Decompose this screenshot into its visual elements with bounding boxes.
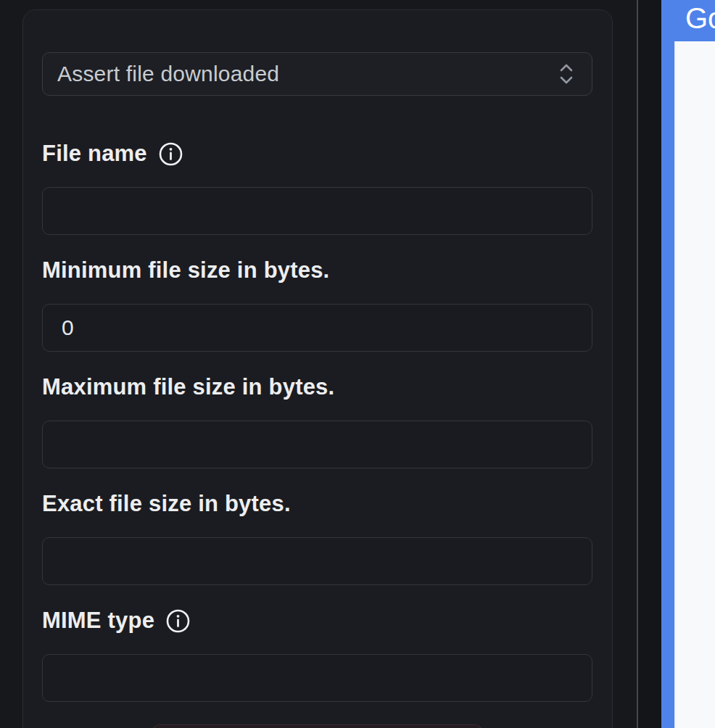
exact-file-size-input[interactable]: [42, 537, 592, 585]
delete-button-partial[interactable]: [152, 724, 483, 728]
field-mime-type: MIME type: [42, 608, 592, 702]
field-label-row: Exact file size in bytes.: [42, 491, 592, 517]
field-label: MIME type: [42, 608, 154, 634]
page-preview-highlight[interactable]: Go: [661, 0, 715, 728]
preview-page-surface: [674, 41, 715, 728]
step-editor-card: Assert file downloaded File name: [22, 9, 613, 728]
field-label-row: MIME type: [42, 608, 592, 634]
min-file-size-input[interactable]: [42, 304, 592, 352]
field-label: Maximum file size in bytes.: [42, 374, 334, 400]
field-label-row: Minimum file size in bytes.: [42, 257, 592, 284]
screen: Assert file downloaded File name: [0, 0, 715, 728]
field-label-row: File name: [42, 141, 592, 167]
field-min-size: Minimum file size in bytes.: [42, 257, 592, 352]
info-icon[interactable]: [165, 608, 191, 634]
info-icon[interactable]: [158, 141, 183, 167]
field-file-name: File name: [42, 141, 592, 235]
main-content-area: Go: [638, 0, 715, 728]
field-label: Exact file size in bytes.: [42, 491, 291, 517]
field-label: File name: [42, 141, 147, 167]
field-label: Minimum file size in bytes.: [42, 257, 329, 284]
field-exact-size: Exact file size in bytes.: [42, 491, 592, 585]
field-max-size: Maximum file size in bytes.: [42, 374, 592, 468]
file-name-input[interactable]: [42, 187, 592, 235]
action-select-value: Assert file downloaded: [57, 62, 279, 86]
max-file-size-input[interactable]: [42, 421, 592, 468]
action-select[interactable]: Assert file downloaded: [42, 52, 592, 96]
side-panel: Assert file downloaded File name: [0, 0, 637, 728]
preview-page-title: Go: [685, 0, 715, 37]
chevrons-up-down-icon: [557, 62, 576, 86]
field-label-row: Maximum file size in bytes.: [42, 374, 592, 400]
mime-type-input[interactable]: [42, 654, 592, 702]
